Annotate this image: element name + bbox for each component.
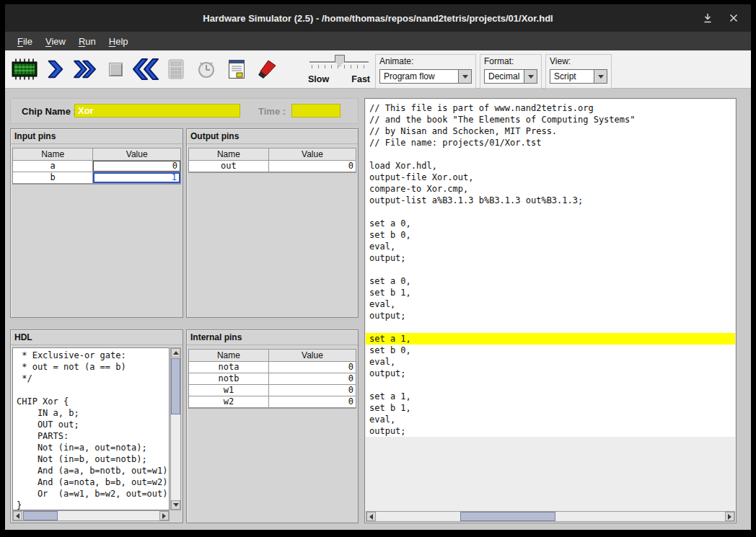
calculator-icon	[168, 59, 184, 79]
view-group: View: Script	[545, 54, 612, 89]
main-area: Chip Name : Xor Time : Input pins NameVa…	[5, 89, 751, 530]
code-line: set a 0,	[366, 275, 735, 287]
hdl-panel: HDL * Exclusive-or gate: * out = not (a …	[10, 329, 183, 523]
chip-name-field[interactable]: Xor	[74, 104, 240, 117]
hdl-code-view[interactable]: * Exclusive-or gate: * out = not (a == b…	[12, 347, 170, 510]
chevron-down-icon[interactable]	[458, 70, 471, 83]
reset-button[interactable]	[131, 53, 161, 85]
code-line: set b 0,	[366, 229, 735, 241]
animate-select[interactable]: Program flow	[379, 69, 472, 84]
clock-button[interactable]	[191, 53, 221, 85]
pin-value: 0	[269, 373, 356, 385]
close-icon[interactable]	[728, 12, 739, 24]
code-line: output-file Xor.out,	[366, 172, 735, 183]
pin-value[interactable]: 1	[93, 172, 180, 184]
pin-value[interactable]: 0	[93, 161, 180, 172]
scroll-thumb[interactable]	[23, 511, 58, 520]
calculator-button[interactable]	[161, 53, 191, 85]
pin-name: a	[13, 161, 93, 172]
scroll-up-button[interactable]	[171, 348, 180, 358]
stop-button[interactable]	[100, 53, 131, 85]
code-line: CHIP Xor {	[13, 396, 169, 407]
speed-slider[interactable]: Slow Fast	[308, 53, 370, 86]
download-icon[interactable]	[702, 12, 713, 24]
code-line: Not (in=a, out=nota);	[13, 442, 169, 453]
slider-label-slow: Slow	[308, 74, 329, 84]
code-line: set a 0,	[366, 218, 735, 229]
code-line: set b 1,	[366, 402, 735, 414]
pin-name: nota	[189, 362, 269, 373]
chevron-down-icon	[598, 75, 604, 79]
format-select[interactable]: Decimal	[484, 69, 537, 84]
scroll-down-button[interactable]	[171, 500, 180, 510]
internal-pins-table: NameValuenota0notb0w10w20	[188, 349, 356, 409]
script-view[interactable]: // This file is part of www.nand2tetris.…	[366, 99, 735, 510]
menu-run[interactable]: Run	[72, 34, 102, 49]
titlebar[interactable]: Hardware Simulator (2.5) - /home/thomas/…	[5, 4, 751, 32]
time-field[interactable]	[291, 104, 340, 117]
chip-name-value: Xor	[78, 105, 94, 116]
code-line: compare-to Xor.cmp,	[366, 183, 735, 195]
input-pins-panel: Input pins NameValuea0b1	[10, 128, 183, 318]
clear-button[interactable]	[252, 53, 282, 85]
program-button[interactable]	[221, 53, 252, 85]
pin-name: w1	[189, 385, 269, 396]
single-step-button[interactable]	[40, 53, 70, 85]
pin-value: 0	[269, 385, 356, 396]
code-line	[366, 148, 735, 160]
code-line: // by Nisan and Schocken, MIT Press.	[366, 125, 735, 137]
scroll-thumb[interactable]	[460, 512, 555, 521]
code-line: Not (in=b, out=notb);	[13, 453, 169, 465]
input-pins-table[interactable]: NameValuea0b1	[12, 148, 181, 185]
code-line: Or (a=w1, b=w2, out=out);	[13, 488, 169, 500]
load-chip-button[interactable]	[9, 53, 40, 85]
code-line: * Exclusive-or gate:	[13, 350, 169, 361]
time-label: Time :	[258, 106, 286, 117]
menu-file[interactable]: File	[11, 34, 39, 49]
view-select[interactable]: Script	[550, 69, 607, 84]
clear-icon	[256, 58, 278, 80]
code-line	[366, 379, 735, 391]
format-value: Decimal	[485, 70, 524, 83]
code-line: set b 1,	[366, 287, 735, 298]
run-button[interactable]	[70, 53, 100, 85]
scroll-right-button[interactable]	[725, 512, 734, 521]
code-line	[366, 206, 735, 218]
animate-value: Program flow	[380, 70, 458, 83]
column-header: Value	[93, 148, 180, 161]
scroll-left-button[interactable]	[366, 512, 376, 521]
code-line: IN a, b;	[13, 407, 169, 419]
hdl-vertical-scrollbar[interactable]	[170, 347, 181, 510]
scroll-thumb[interactable]	[171, 358, 180, 414]
triangle-down-icon	[173, 503, 179, 507]
triangle-left-icon	[369, 514, 373, 520]
code-line: And (a=nota, b=b, out=w2);	[13, 476, 169, 488]
column-header: Name	[189, 148, 269, 161]
scroll-left-button[interactable]	[13, 511, 22, 520]
pin-row: w10	[189, 385, 356, 396]
format-group: Format: Decimal	[480, 54, 542, 89]
pin-name: notb	[189, 373, 269, 385]
chip-icon	[11, 58, 38, 80]
code-line	[366, 321, 735, 333]
script-horizontal-scrollbar[interactable]	[366, 511, 735, 522]
scroll-right-button[interactable]	[159, 511, 169, 520]
code-line: eval,	[366, 298, 735, 310]
rewind-icon	[131, 58, 160, 81]
code-line: eval,	[366, 241, 735, 252]
code-line: }	[13, 500, 169, 510]
pin-value: 0	[269, 161, 356, 172]
hdl-horizontal-scrollbar[interactable]	[12, 510, 170, 521]
triangle-right-icon	[162, 513, 166, 519]
run-icon	[72, 59, 98, 79]
script-lines: // This file is part of www.nand2tetris.…	[366, 99, 735, 437]
chevron-down-icon[interactable]	[524, 70, 537, 83]
code-line: eval,	[366, 356, 735, 368]
code-line: * out = not (a == b)	[13, 361, 169, 373]
menu-help[interactable]: Help	[102, 34, 135, 49]
menu-view[interactable]: View	[39, 34, 72, 49]
pin-table-header: NameValue	[13, 148, 180, 161]
internal-pins-title: Internal pins	[187, 330, 358, 345]
code-line: output;	[366, 368, 735, 379]
chevron-down-icon[interactable]	[594, 70, 607, 83]
